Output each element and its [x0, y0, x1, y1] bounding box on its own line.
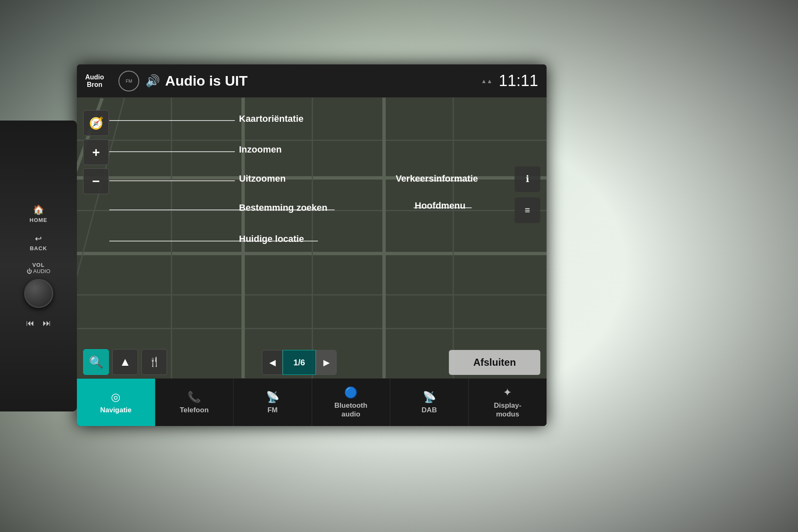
page-next-button[interactable]: ▶ [316, 350, 337, 375]
map-background [77, 98, 547, 378]
poi-icon: 🍴 [149, 357, 160, 367]
bestemming-tooltip: Bestemming zoeken [239, 202, 328, 213]
inzoomen-tooltip: Inzoomen [239, 144, 282, 155]
nav-navigatie[interactable]: ◎ Navigatie [77, 379, 155, 426]
nav-bluetooth[interactable]: 🔵 Bluetoothaudio [312, 379, 391, 426]
road-v3 [312, 98, 313, 378]
audio-status-text: Audio is UIT [165, 73, 247, 89]
telefoon-label: Telefoon [180, 406, 209, 414]
back-label: BACK [30, 245, 47, 251]
afsluiten-button[interactable]: Afsluiten [449, 350, 540, 375]
dab-label: DAB [421, 406, 437, 414]
zoom-in-button[interactable]: + [83, 139, 109, 165]
page-prev-button[interactable]: ◀ [262, 350, 283, 375]
map-area[interactable]: 🧭 + − 🔍 ▲ 🍴 [77, 98, 547, 378]
uitzoomen-tooltip: Uitzoomen [239, 173, 286, 184]
poi-button[interactable]: 🍴 [141, 349, 167, 375]
pagination-control: ◀ 1/6 ▶ [262, 350, 337, 375]
audio-bron-line2: Bron [87, 81, 102, 89]
traffic-info-icon-btn[interactable]: ℹ [515, 166, 540, 192]
physical-controls-panel: 🏠 HOME ↩ BACK VOL ⏻ AUDIO ⏮ ⏭ [0, 121, 77, 411]
volume-knob[interactable] [24, 279, 53, 308]
back-button[interactable]: ↩ BACK [30, 234, 47, 251]
map-controls: 🧭 + − [83, 110, 109, 194]
zoom-out-icon: − [92, 174, 100, 189]
kaartorientatie-tooltip: Kaartoriëntatie [239, 113, 303, 124]
audio-status-area: 🔊 Audio is UIT [145, 73, 481, 89]
verkeersinformatie-tooltip: Verkeersinformatie [396, 173, 478, 184]
menu-icon: ≡ [525, 205, 530, 216]
navigatie-icon: ◎ [111, 391, 121, 404]
audio-power-label: ⏻ AUDIO [27, 268, 50, 274]
header-bar: Audio Bron FM 🔊 Audio is UIT ▲▲ 11:11 [77, 64, 547, 98]
huidige-locatie-tooltip: Huidige locatie [239, 234, 304, 244]
fm-label: FM [267, 406, 278, 414]
display-label: Display-modus [494, 401, 521, 419]
road-v1 [171, 98, 172, 378]
audio-bron-line1: Audio [85, 74, 104, 81]
dab-icon: 📡 [423, 391, 436, 404]
hoofdmenu-tooltip: Hoofdmenu [415, 200, 466, 211]
home-label: HOME [30, 217, 47, 223]
vol-label: VOL [32, 262, 45, 268]
previous-button[interactable]: ⏮ [26, 318, 34, 328]
search-map-button[interactable]: 🔍 [83, 349, 109, 375]
audio-bron-button[interactable]: Audio Bron [85, 74, 104, 89]
main-screen: Audio Bron FM 🔊 Audio is UIT ▲▲ 11:11 [77, 64, 547, 426]
nav-display[interactable]: ✦ Display-modus [469, 379, 547, 426]
bottom-navigation: ◎ Navigatie 📞 Telefoon 📡 FM 🔵 Bluetootha… [77, 378, 547, 426]
traffic-icon: ℹ [526, 174, 529, 185]
clock-display: 11:11 [499, 72, 538, 90]
nav-fm[interactable]: 📡 FM [234, 379, 312, 426]
home-button[interactable]: 🏠 HOME [30, 204, 47, 223]
fm-nav-icon: 📡 [266, 391, 279, 404]
skip-controls: ⏮ ⏭ [26, 318, 51, 328]
signal-area: ▲▲ [481, 78, 493, 84]
afsluiten-label: Afsluiten [473, 357, 516, 368]
signal-icon: ▲▲ [481, 78, 493, 84]
main-menu-icon-btn[interactable]: ≡ [515, 197, 540, 223]
back-icon: ↩ [35, 234, 42, 244]
map-bottom-controls: 🔍 ▲ 🍴 [83, 349, 167, 375]
road-v4 [382, 98, 386, 378]
road-v5 [453, 98, 454, 378]
fm-icon[interactable]: FM [118, 71, 139, 91]
home-icon: 🏠 [33, 204, 44, 215]
nav-dab[interactable]: 📡 DAB [390, 379, 469, 426]
search-icon: 🔍 [89, 355, 103, 369]
compass-icon: 🧭 [89, 116, 103, 130]
bluetooth-label: Bluetoothaudio [335, 401, 367, 419]
page-indicator: 1/6 [283, 350, 316, 375]
display-icon: ✦ [503, 386, 512, 399]
zoom-out-button[interactable]: − [83, 168, 109, 194]
volume-mute-icon: 🔊 [145, 74, 160, 88]
nav-telefoon[interactable]: 📞 Telefoon [155, 379, 234, 426]
bluetooth-icon: 🔵 [344, 386, 357, 399]
navigation-arrow-button[interactable]: ▲ [112, 349, 138, 375]
next-button[interactable]: ⏭ [43, 318, 51, 328]
navigatie-label: Navigatie [100, 406, 132, 414]
compass-button[interactable]: 🧭 [83, 110, 109, 136]
zoom-in-icon: + [92, 145, 100, 160]
volume-control: VOL ⏻ AUDIO [24, 262, 53, 310]
telefoon-icon: 📞 [187, 391, 201, 404]
navigation-icon: ▲ [119, 355, 131, 369]
